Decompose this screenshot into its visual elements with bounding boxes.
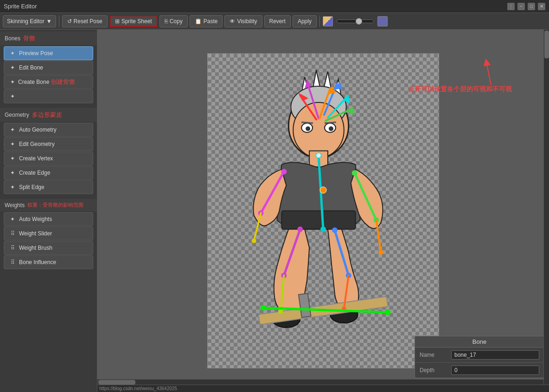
svg-point-38 bbox=[252, 239, 256, 243]
svg-line-42 bbox=[377, 220, 381, 253]
depth-input[interactable] bbox=[451, 366, 539, 375]
svg-point-33 bbox=[320, 227, 326, 232]
bone-influence-button[interactable]: ⠿ Bone Influence bbox=[4, 255, 93, 269]
vertical-scrollbar[interactable] bbox=[543, 30, 549, 385]
weights-label: Weights bbox=[5, 202, 25, 209]
svg-point-16 bbox=[330, 306, 358, 323]
color-swatch[interactable] bbox=[323, 16, 333, 26]
svg-point-50 bbox=[332, 228, 338, 233]
svg-point-5 bbox=[291, 86, 346, 128]
svg-point-41 bbox=[374, 217, 379, 223]
edit-geometry-button[interactable]: ✦ Edit Geometry bbox=[4, 137, 93, 151]
bones-overlay bbox=[208, 54, 439, 368]
name-input[interactable] bbox=[451, 350, 539, 360]
auto-geometry-button[interactable]: ✦ Auto Geometry bbox=[4, 123, 93, 137]
svg-point-15 bbox=[272, 311, 300, 328]
info-row-depth: Depth bbox=[415, 363, 544, 378]
edit-bone-button[interactable]: ✦ Edit Bone bbox=[4, 61, 93, 75]
edit-bone-icon: ✦ bbox=[9, 64, 16, 71]
maximize-icon[interactable]: □ bbox=[528, 3, 535, 10]
toolbar-separator-2 bbox=[319, 16, 320, 27]
auto-weights-button[interactable]: ✦ Auto Weights bbox=[4, 212, 93, 226]
svg-line-34 bbox=[261, 171, 284, 213]
apply-button[interactable]: Apply bbox=[293, 15, 317, 27]
info-row-name: Name bbox=[415, 348, 544, 363]
bones-chinese-label: 骨骼 bbox=[23, 34, 35, 43]
svg-marker-28 bbox=[298, 93, 308, 101]
sprite-sheet-button[interactable]: ⊞ Sprite Sheet bbox=[109, 15, 158, 27]
svg-rect-17 bbox=[258, 297, 388, 325]
edit-geometry-icon: ✦ bbox=[9, 140, 16, 148]
svg-line-44 bbox=[284, 229, 300, 276]
split-bone-button[interactable]: ✦ bbox=[4, 89, 93, 103]
svg-point-45 bbox=[297, 227, 303, 232]
create-vertex-icon: ✦ bbox=[9, 155, 16, 162]
minimize-icon[interactable]: − bbox=[517, 3, 525, 10]
svg-point-48 bbox=[278, 309, 283, 314]
svg-line-23 bbox=[328, 98, 346, 118]
hscrollbar-thumb[interactable] bbox=[98, 380, 135, 385]
preview-pose-button[interactable]: ✦ Preview Pose bbox=[4, 46, 93, 60]
reset-pose-button[interactable]: ↺ Reset Pose bbox=[62, 15, 108, 27]
svg-point-53 bbox=[342, 306, 346, 311]
skinning-editor-dropdown[interactable]: Skinning Editor ▼ bbox=[3, 15, 56, 27]
create-edge-button[interactable]: ✦ Create Edge bbox=[4, 166, 93, 180]
copy-button[interactable]: ⎘ Copy bbox=[160, 15, 188, 27]
info-panel: Bone Name Depth bbox=[415, 336, 544, 378]
scrollbar-thumb[interactable] bbox=[544, 31, 549, 58]
svg-line-21 bbox=[324, 84, 337, 115]
split-bone-icon: ✦ bbox=[9, 93, 16, 100]
bones-label: Bones bbox=[5, 35, 20, 42]
svg-point-57 bbox=[320, 187, 326, 193]
svg-marker-24 bbox=[343, 95, 350, 104]
svg-line-31 bbox=[319, 155, 323, 229]
svg-point-7 bbox=[301, 123, 313, 133]
reset-pose-icon: ↺ bbox=[67, 18, 72, 25]
weight-slider-icon: ⠿ bbox=[9, 230, 16, 237]
svg-rect-14 bbox=[281, 211, 355, 229]
main-area: Bones 骨骼 ✦ Preview Pose ✦ Edit Bone ✦ Cr… bbox=[0, 30, 549, 392]
weight-brush-icon: ⠿ bbox=[9, 244, 16, 252]
skinning-editor-label: Skinning Editor bbox=[7, 18, 45, 25]
split-edge-button[interactable]: ✦ Split Edge bbox=[4, 180, 93, 194]
weight-brush-button[interactable]: ⠿ Weight Brush bbox=[4, 241, 93, 255]
dropdown-arrow-icon: ▼ bbox=[46, 18, 52, 25]
weight-slider-button[interactable]: ⠿ Weight Slider bbox=[4, 227, 93, 240]
svg-point-55 bbox=[261, 305, 266, 310]
geometry-chinese-label: 多边形蒙皮 bbox=[32, 111, 62, 119]
svg-point-36 bbox=[258, 210, 264, 216]
color-swatch-2[interactable] bbox=[377, 16, 388, 26]
weights-section-header: Weights 权重：受骨骼的影响范围 bbox=[0, 199, 97, 211]
info-panel-title: Bone bbox=[415, 336, 544, 348]
create-bone-icon: ✦ bbox=[9, 78, 16, 86]
opacity-slider[interactable] bbox=[337, 19, 374, 23]
close-icon[interactable]: ✕ bbox=[538, 3, 545, 10]
svg-point-9 bbox=[306, 126, 310, 131]
create-bone-button[interactable]: ✦ Create Bone 创建骨骼 bbox=[4, 75, 93, 89]
svg-point-10 bbox=[329, 126, 333, 131]
svg-line-39 bbox=[355, 173, 377, 220]
svg-line-11 bbox=[301, 122, 313, 123]
create-edge-icon: ✦ bbox=[9, 169, 16, 177]
canvas-area[interactable]: 点开可以设置各个层的可视和不可视 Bone Name Depth bbox=[97, 30, 549, 392]
slider-thumb bbox=[356, 18, 362, 25]
svg-marker-3 bbox=[322, 71, 332, 96]
svg-line-59 bbox=[486, 62, 491, 85]
paste-icon: 📋 bbox=[195, 18, 202, 25]
revert-button[interactable]: Revert bbox=[264, 15, 291, 27]
svg-point-32 bbox=[316, 153, 321, 158]
svg-line-54 bbox=[263, 308, 388, 312]
title-controls: ⋮ − □ ✕ bbox=[507, 3, 545, 10]
create-vertex-button[interactable]: ✦ Create Vertex bbox=[4, 152, 93, 165]
toolbar: Skinning Editor ▼ ↺ Reset Pose ⊞ Sprite … bbox=[0, 13, 549, 30]
sprite-canvas[interactable] bbox=[207, 53, 439, 368]
menu-icon[interactable]: ⋮ bbox=[507, 3, 515, 10]
svg-marker-4 bbox=[332, 79, 342, 100]
svg-point-58 bbox=[316, 153, 321, 158]
horizontal-scrollbar[interactable] bbox=[97, 379, 543, 385]
paste-button[interactable]: 📋 Paste bbox=[190, 15, 223, 27]
svg-point-0 bbox=[288, 93, 348, 158]
title-text: Sprite Editor bbox=[4, 3, 507, 10]
visibility-button[interactable]: 👁 Visibility bbox=[224, 15, 262, 27]
visibility-icon: 👁 bbox=[230, 18, 235, 25]
